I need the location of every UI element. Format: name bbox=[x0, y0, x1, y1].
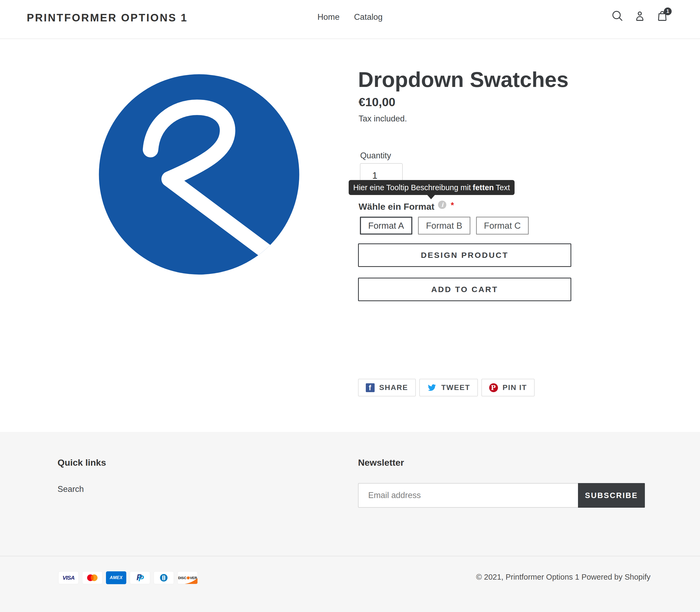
format-option-c[interactable]: Format C bbox=[476, 217, 529, 235]
quick-links-title: Quick links bbox=[57, 457, 106, 468]
copyright-prefix: © 2021, bbox=[476, 573, 506, 581]
nav-item-home[interactable]: Home bbox=[317, 12, 340, 22]
shopify-link[interactable]: Shopify bbox=[624, 573, 650, 581]
search-icon[interactable] bbox=[611, 10, 623, 22]
discover-o-dot bbox=[187, 576, 190, 579]
required-asterisk: * bbox=[451, 200, 454, 210]
tweet-label: TWEET bbox=[441, 383, 470, 392]
mastercard-icon bbox=[82, 571, 102, 584]
design-product-button[interactable]: DESIGN PRODUCT bbox=[358, 244, 571, 267]
tooltip-text: Hier eine Tooltip Beschreibung mit bbox=[353, 183, 471, 192]
header-icons: 1 bbox=[611, 10, 669, 22]
option-label: Wähle ein Format bbox=[359, 201, 434, 212]
subscribe-button[interactable]: SUBSCRIBE bbox=[578, 483, 645, 508]
format-option-a[interactable]: Format A bbox=[360, 217, 412, 235]
account-icon[interactable] bbox=[634, 10, 646, 22]
newsletter-form: SUBSCRIBE bbox=[358, 483, 645, 508]
pinterest-icon: P bbox=[489, 383, 498, 392]
shop-copyright-link[interactable]: Printformer Options 1 bbox=[506, 573, 579, 581]
footer-divider bbox=[0, 556, 700, 556]
copyright: © 2021, Printformer Options 1 Powered by… bbox=[476, 573, 650, 582]
add-to-cart-button[interactable]: ADD TO CART bbox=[358, 278, 571, 301]
visa-icon: VISA bbox=[58, 571, 79, 584]
printformer-logo-icon bbox=[96, 71, 302, 278]
newsletter-title: Newsletter bbox=[358, 457, 404, 468]
tooltip-arrow bbox=[427, 195, 435, 199]
option-label-row: Wähle ein Format i * bbox=[359, 201, 454, 212]
payment-methods: VISA AMEX P P bbox=[58, 571, 198, 584]
pin-label: PIN IT bbox=[503, 383, 527, 392]
footer-link-search[interactable]: Search bbox=[57, 484, 84, 494]
share-buttons: f SHARE TWEET P PIN IT bbox=[358, 379, 535, 397]
share-twitter-button[interactable]: TWEET bbox=[419, 379, 478, 397]
format-options: Format A Format B Format C bbox=[360, 217, 529, 235]
powered-by-text: Powered by bbox=[579, 573, 624, 581]
nav-item-catalog[interactable]: Catalog bbox=[354, 12, 383, 22]
site-footer: Quick links Search Newsletter SUBSCRIBE … bbox=[0, 432, 700, 612]
email-input[interactable] bbox=[358, 483, 578, 508]
product-price: €10,00 bbox=[359, 95, 396, 109]
tax-note: Tax included. bbox=[359, 114, 407, 124]
twitter-icon bbox=[427, 384, 437, 392]
tooltip-text-after: Text bbox=[496, 183, 510, 192]
diners-icon bbox=[154, 571, 174, 584]
info-icon[interactable]: i bbox=[438, 200, 446, 209]
format-option-b[interactable]: Format B bbox=[418, 217, 470, 235]
product-info: Dropdown Swatches €10,00 Tax included. Q… bbox=[358, 61, 571, 406]
product-title: Dropdown Swatches bbox=[358, 67, 568, 92]
share-label: SHARE bbox=[379, 383, 408, 392]
main-nav: Home Catalog bbox=[317, 12, 383, 22]
discover-icon: DISCVER bbox=[177, 571, 198, 584]
product-page: PRINTFORMER OPTIONS 1 Home Catalog 1 bbox=[0, 0, 700, 612]
facebook-icon: f bbox=[366, 383, 375, 392]
shop-logo-link[interactable]: PRINTFORMER OPTIONS 1 bbox=[27, 12, 188, 24]
amex-icon: AMEX bbox=[106, 571, 126, 584]
cart-icon[interactable]: 1 bbox=[656, 10, 669, 22]
share-pinterest-button[interactable]: P PIN IT bbox=[481, 379, 535, 397]
site-header: PRINTFORMER OPTIONS 1 Home Catalog 1 bbox=[0, 0, 700, 39]
tooltip-bold-text: fetten bbox=[473, 183, 494, 192]
option-tooltip: Hier eine Tooltip Beschreibung mitfetten… bbox=[349, 180, 514, 195]
paypal-icon: P P bbox=[130, 571, 150, 584]
share-facebook-button[interactable]: f SHARE bbox=[358, 379, 416, 397]
product-image bbox=[96, 71, 302, 278]
quantity-label: Quantity bbox=[360, 151, 391, 161]
cart-count-badge: 1 bbox=[664, 8, 672, 15]
